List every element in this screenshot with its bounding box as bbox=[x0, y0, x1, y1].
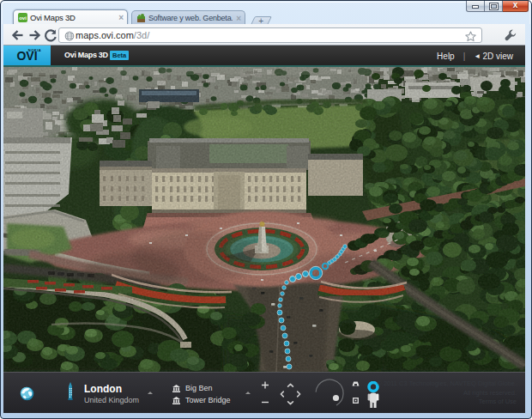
svg-text:ovi: ovi bbox=[19, 15, 27, 21]
